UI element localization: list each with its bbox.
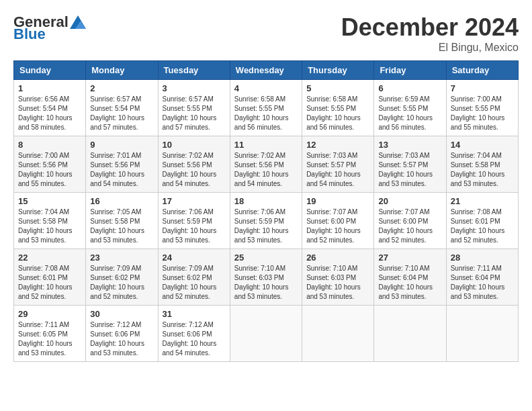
calendar-cell: 19Sunrise: 7:07 AM Sunset: 6:00 PM Dayli… xyxy=(302,193,374,249)
location-text: El Bingu, Mexico xyxy=(341,42,519,54)
calendar-cell: 8Sunrise: 7:00 AM Sunset: 5:56 PM Daylig… xyxy=(14,136,86,193)
day-info: Sunrise: 7:06 AM Sunset: 5:59 PM Dayligh… xyxy=(234,208,298,245)
calendar-cell: 23Sunrise: 7:09 AM Sunset: 6:02 PM Dayli… xyxy=(86,249,158,306)
day-info: Sunrise: 7:10 AM Sunset: 6:03 PM Dayligh… xyxy=(234,264,298,302)
calendar-cell: 6Sunrise: 6:59 AM Sunset: 5:55 PM Daylig… xyxy=(374,80,446,136)
day-number: 15 xyxy=(18,196,81,206)
weekday-header-saturday: Saturday xyxy=(446,61,518,80)
day-number: 10 xyxy=(163,140,226,150)
day-info: Sunrise: 7:02 AM Sunset: 5:56 PM Dayligh… xyxy=(234,151,298,189)
weekday-header-tuesday: Tuesday xyxy=(158,61,230,80)
day-number: 8 xyxy=(18,140,81,150)
day-number: 27 xyxy=(378,253,441,263)
calendar-cell: 10Sunrise: 7:02 AM Sunset: 5:56 PM Dayli… xyxy=(158,136,230,193)
calendar-cell: 5Sunrise: 6:58 AM Sunset: 5:55 PM Daylig… xyxy=(302,80,374,136)
day-number: 21 xyxy=(451,196,514,206)
day-number: 11 xyxy=(234,140,298,150)
day-info: Sunrise: 6:58 AM Sunset: 5:55 PM Dayligh… xyxy=(306,95,369,132)
day-number: 24 xyxy=(163,253,226,263)
day-number: 16 xyxy=(90,196,153,206)
day-info: Sunrise: 7:06 AM Sunset: 5:59 PM Dayligh… xyxy=(163,208,226,245)
calendar-cell: 26Sunrise: 7:10 AM Sunset: 6:03 PM Dayli… xyxy=(302,249,374,306)
day-number: 25 xyxy=(234,253,298,263)
day-number: 1 xyxy=(18,83,81,93)
calendar-cell: 30Sunrise: 7:12 AM Sunset: 6:06 PM Dayli… xyxy=(86,306,158,362)
day-number: 31 xyxy=(163,309,226,319)
calendar-cell: 24Sunrise: 7:09 AM Sunset: 6:02 PM Dayli… xyxy=(158,249,230,306)
calendar-cell: 16Sunrise: 7:05 AM Sunset: 5:58 PM Dayli… xyxy=(86,193,158,249)
calendar-cell: 15Sunrise: 7:04 AM Sunset: 5:58 PM Dayli… xyxy=(14,193,86,249)
calendar-cell: 17Sunrise: 7:06 AM Sunset: 5:59 PM Dayli… xyxy=(158,193,230,249)
weekday-header-wednesday: Wednesday xyxy=(230,61,302,80)
calendar-cell: 7Sunrise: 7:00 AM Sunset: 5:55 PM Daylig… xyxy=(446,80,518,136)
day-number: 2 xyxy=(90,83,153,93)
day-number: 3 xyxy=(163,83,226,93)
weekday-header-sunday: Sunday xyxy=(14,61,86,80)
day-number: 12 xyxy=(306,140,369,150)
day-info: Sunrise: 7:04 AM Sunset: 5:58 PM Dayligh… xyxy=(18,208,81,245)
day-info: Sunrise: 7:03 AM Sunset: 5:57 PM Dayligh… xyxy=(306,151,369,189)
day-info: Sunrise: 7:09 AM Sunset: 6:02 PM Dayligh… xyxy=(163,264,226,302)
day-info: Sunrise: 6:59 AM Sunset: 5:55 PM Dayligh… xyxy=(378,95,441,132)
day-info: Sunrise: 7:11 AM Sunset: 6:04 PM Dayligh… xyxy=(451,264,514,302)
day-info: Sunrise: 7:04 AM Sunset: 5:58 PM Dayligh… xyxy=(451,151,514,189)
calendar-cell xyxy=(446,306,518,362)
day-number: 20 xyxy=(378,196,441,206)
day-number: 28 xyxy=(451,253,514,263)
day-number: 9 xyxy=(90,140,153,150)
day-info: Sunrise: 7:02 AM Sunset: 5:56 PM Dayligh… xyxy=(163,151,226,189)
calendar-cell: 9Sunrise: 7:01 AM Sunset: 5:56 PM Daylig… xyxy=(86,136,158,193)
day-info: Sunrise: 7:12 AM Sunset: 6:06 PM Dayligh… xyxy=(90,320,153,358)
calendar-cell: 20Sunrise: 7:07 AM Sunset: 6:00 PM Dayli… xyxy=(374,193,446,249)
calendar-week-row: 15Sunrise: 7:04 AM Sunset: 5:58 PM Dayli… xyxy=(14,193,519,249)
calendar-cell: 21Sunrise: 7:08 AM Sunset: 6:01 PM Dayli… xyxy=(446,193,518,249)
day-info: Sunrise: 6:57 AM Sunset: 5:54 PM Dayligh… xyxy=(90,95,153,132)
calendar-week-row: 29Sunrise: 7:11 AM Sunset: 6:05 PM Dayli… xyxy=(14,306,519,362)
day-number: 17 xyxy=(163,196,226,206)
calendar-cell: 11Sunrise: 7:02 AM Sunset: 5:56 PM Dayli… xyxy=(230,136,302,193)
calendar-cell xyxy=(230,306,302,362)
calendar-cell: 14Sunrise: 7:04 AM Sunset: 5:58 PM Dayli… xyxy=(446,136,518,193)
calendar-cell: 2Sunrise: 6:57 AM Sunset: 5:54 PM Daylig… xyxy=(86,80,158,136)
day-number: 19 xyxy=(306,196,369,206)
day-number: 7 xyxy=(451,83,514,93)
day-number: 18 xyxy=(234,196,298,206)
day-info: Sunrise: 6:56 AM Sunset: 5:54 PM Dayligh… xyxy=(18,95,81,132)
day-info: Sunrise: 7:00 AM Sunset: 5:56 PM Dayligh… xyxy=(18,151,81,189)
weekday-header-monday: Monday xyxy=(86,61,158,80)
calendar-cell: 22Sunrise: 7:08 AM Sunset: 6:01 PM Dayli… xyxy=(14,249,86,306)
day-info: Sunrise: 7:00 AM Sunset: 5:55 PM Dayligh… xyxy=(451,95,514,132)
day-info: Sunrise: 6:58 AM Sunset: 5:55 PM Dayligh… xyxy=(234,95,298,132)
weekday-header-thursday: Thursday xyxy=(302,61,374,80)
calendar-cell: 18Sunrise: 7:06 AM Sunset: 5:59 PM Dayli… xyxy=(230,193,302,249)
calendar-cell: 1Sunrise: 6:56 AM Sunset: 5:54 PM Daylig… xyxy=(14,80,86,136)
day-number: 13 xyxy=(378,140,441,150)
day-info: Sunrise: 7:01 AM Sunset: 5:56 PM Dayligh… xyxy=(90,151,153,189)
day-info: Sunrise: 7:09 AM Sunset: 6:02 PM Dayligh… xyxy=(90,264,153,302)
day-info: Sunrise: 7:10 AM Sunset: 6:03 PM Dayligh… xyxy=(306,264,369,302)
calendar-table: SundayMondayTuesdayWednesdayThursdayFrid… xyxy=(13,60,519,362)
day-info: Sunrise: 7:08 AM Sunset: 6:01 PM Dayligh… xyxy=(451,208,514,245)
day-number: 26 xyxy=(306,253,369,263)
day-info: Sunrise: 7:10 AM Sunset: 6:04 PM Dayligh… xyxy=(378,264,441,302)
calendar-cell: 12Sunrise: 7:03 AM Sunset: 5:57 PM Dayli… xyxy=(302,136,374,193)
calendar-cell: 3Sunrise: 6:57 AM Sunset: 5:55 PM Daylig… xyxy=(158,80,230,136)
calendar-header-row: SundayMondayTuesdayWednesdayThursdayFrid… xyxy=(14,61,519,80)
day-number: 6 xyxy=(378,83,441,93)
day-number: 29 xyxy=(18,309,81,319)
calendar-week-row: 1Sunrise: 6:56 AM Sunset: 5:54 PM Daylig… xyxy=(14,80,519,136)
day-number: 14 xyxy=(451,140,514,150)
day-info: Sunrise: 7:07 AM Sunset: 6:00 PM Dayligh… xyxy=(378,208,441,245)
day-number: 22 xyxy=(18,253,81,263)
calendar-cell: 4Sunrise: 6:58 AM Sunset: 5:55 PM Daylig… xyxy=(230,80,302,136)
calendar-cell xyxy=(374,306,446,362)
day-info: Sunrise: 7:05 AM Sunset: 5:58 PM Dayligh… xyxy=(90,208,153,245)
logo-blue-text: Blue xyxy=(13,26,46,43)
day-info: Sunrise: 7:11 AM Sunset: 6:05 PM Dayligh… xyxy=(18,320,81,358)
day-info: Sunrise: 7:12 AM Sunset: 6:06 PM Dayligh… xyxy=(163,320,226,358)
day-info: Sunrise: 7:03 AM Sunset: 5:57 PM Dayligh… xyxy=(378,151,441,189)
calendar-cell: 27Sunrise: 7:10 AM Sunset: 6:04 PM Dayli… xyxy=(374,249,446,306)
title-area: December 2024 El Bingu, Mexico xyxy=(341,13,519,54)
logo: General Blue xyxy=(13,13,86,43)
calendar-week-row: 8Sunrise: 7:00 AM Sunset: 5:56 PM Daylig… xyxy=(14,136,519,193)
